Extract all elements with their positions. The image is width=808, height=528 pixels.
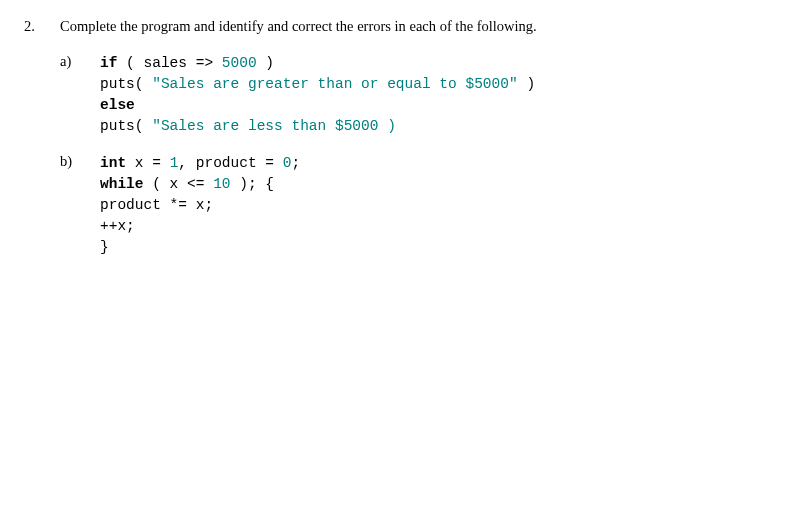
keyword-while: while	[100, 176, 144, 192]
part-b-label: b)	[60, 153, 100, 170]
question-prompt: Complete the program and identify and co…	[60, 18, 778, 35]
keyword-int: int	[100, 155, 126, 171]
code-string: "Sales are less than $5000 )	[152, 118, 396, 134]
code-string: "Sales are greater than or equal to $500…	[152, 76, 517, 92]
part-a: a) if ( sales => 5000 ) puts( "Sales are…	[60, 53, 778, 137]
code-text: , product =	[178, 155, 282, 171]
code-text: ;	[291, 155, 300, 171]
code-number: 10	[213, 176, 230, 192]
code-text: puts(	[100, 118, 152, 134]
part-b-code: int x = 1, product = 0; while ( x <= 10 …	[100, 153, 778, 258]
subparts: a) if ( sales => 5000 ) puts( "Sales are…	[60, 53, 778, 258]
code-text: product *= x;	[100, 197, 213, 213]
code-text: )	[518, 76, 535, 92]
code-number: 5000	[222, 55, 257, 71]
question-number: 2.	[24, 18, 60, 35]
code-text: ( sales =>	[117, 55, 221, 71]
code-text: }	[100, 239, 109, 255]
code-text: )	[257, 55, 274, 71]
keyword-if: if	[100, 55, 117, 71]
code-text: puts(	[100, 76, 152, 92]
code-text: ++x;	[100, 218, 135, 234]
question-row: 2. Complete the program and identify and…	[24, 18, 778, 35]
page: 2. Complete the program and identify and…	[0, 0, 808, 258]
part-a-label: a)	[60, 53, 100, 70]
code-text: ( x <=	[144, 176, 214, 192]
part-a-code: if ( sales => 5000 ) puts( "Sales are gr…	[100, 53, 778, 137]
code-text: ); {	[231, 176, 275, 192]
code-text: x =	[126, 155, 170, 171]
keyword-else: else	[100, 97, 135, 113]
part-b: b) int x = 1, product = 0; while ( x <= …	[60, 153, 778, 258]
